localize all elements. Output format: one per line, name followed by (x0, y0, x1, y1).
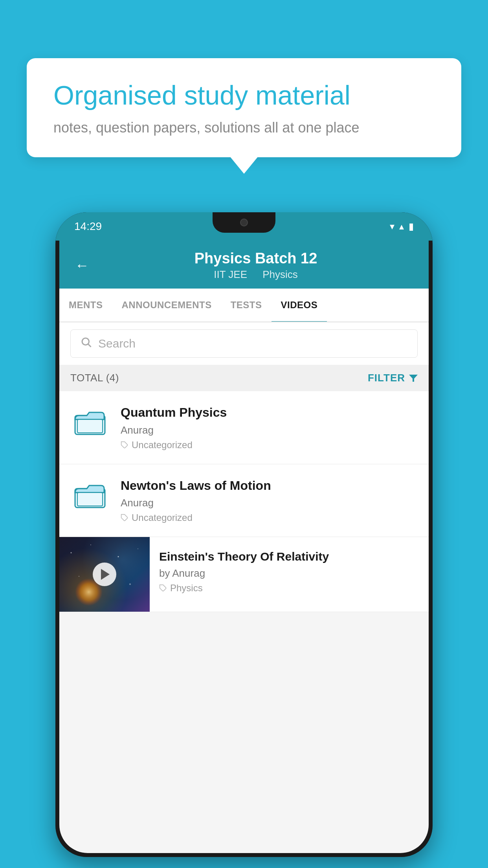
subtitle-physics: Physics (262, 268, 298, 280)
svg-point-9 (71, 552, 72, 554)
play-button[interactable] (93, 563, 116, 586)
speech-bubble: Organised study material notes, question… (27, 58, 461, 157)
svg-point-14 (129, 583, 131, 585)
tabs-bar: MENTS ANNOUNCEMENTS TESTS VIDEOS (59, 289, 429, 322)
list-item[interactable]: Quantum Physics Anurag Uncategorized (59, 391, 429, 464)
video-author-1: Anurag (121, 424, 418, 436)
video-tag-1: Uncategorized (121, 440, 418, 451)
filter-row: TOTAL (4) FILTER (59, 365, 429, 391)
tab-tests[interactable]: TESTS (221, 289, 272, 322)
tab-ments[interactable]: MENTS (59, 289, 112, 322)
svg-point-10 (90, 544, 91, 545)
wifi-icon: ▾ (390, 221, 394, 232)
tag-label-3: Physics (170, 583, 203, 594)
video-tag-2: Uncategorized (121, 512, 418, 523)
search-icon (80, 336, 92, 351)
video-title-2: Newton's Laws of Motion (121, 478, 418, 494)
status-time: 14:29 (74, 220, 102, 233)
filter-label: FILTER (368, 372, 405, 384)
video-info-2: Newton's Laws of Motion Anurag Uncategor… (121, 478, 418, 524)
folder-icon (74, 482, 106, 509)
camera (240, 219, 248, 226)
video-author-2: Anurag (121, 497, 418, 509)
bubble-subtitle: notes, question papers, solutions all at… (53, 120, 435, 136)
svg-point-12 (138, 548, 138, 549)
video-thumbnail-1 (70, 405, 110, 440)
video-tag-3: Physics (159, 583, 419, 594)
batch-title: Physics Batch 12 (99, 250, 413, 267)
search-bar-container: Search (59, 322, 429, 365)
tag-label-2: Uncategorized (132, 512, 193, 523)
phone-frame: 14:29 ▾ ▴ ▮ ← Physics Batch 12 IIT JEE P… (55, 212, 433, 857)
total-count: TOTAL (4) (70, 372, 119, 384)
video-list: Quantum Physics Anurag Uncategorized (59, 391, 429, 612)
einstein-info: Einstein's Theory Of Relativity by Anura… (150, 537, 429, 605)
svg-rect-4 (77, 419, 103, 433)
header-subtitle: IIT JEE Physics (99, 268, 413, 281)
filter-icon (409, 375, 418, 382)
filter-button[interactable]: FILTER (368, 372, 418, 384)
search-bar[interactable]: Search (70, 329, 418, 358)
tag-label-1: Uncategorized (132, 440, 193, 451)
svg-point-0 (82, 338, 89, 345)
notch (213, 212, 275, 233)
list-item[interactable]: Newton's Laws of Motion Anurag Uncategor… (59, 464, 429, 537)
video-info-1: Quantum Physics Anurag Uncategorized (121, 405, 418, 451)
header-center: Physics Batch 12 IIT JEE Physics (99, 250, 413, 281)
video-title-3: Einstein's Theory Of Relativity (159, 549, 419, 564)
video-title-1: Quantum Physics (121, 405, 418, 421)
folder-icon (74, 408, 106, 436)
svg-rect-7 (77, 493, 103, 506)
play-icon (101, 569, 110, 580)
tag-icon (121, 441, 128, 449)
back-button[interactable]: ← (75, 257, 89, 274)
svg-marker-2 (409, 375, 418, 382)
bubble-title: Organised study material (53, 79, 435, 112)
status-icons: ▾ ▴ ▮ (390, 221, 414, 232)
svg-point-11 (118, 556, 119, 557)
tab-videos[interactable]: VIDEOS (272, 289, 327, 322)
video-thumbnail-2 (70, 478, 110, 513)
signal-icon: ▴ (399, 221, 404, 232)
list-item[interactable]: Einstein's Theory Of Relativity by Anura… (59, 537, 429, 612)
subtitle-iit: IIT JEE (214, 268, 247, 280)
phone-screen: ← Physics Batch 12 IIT JEE Physics MENTS… (59, 241, 429, 853)
tag-icon (159, 584, 167, 592)
app-header: ← Physics Batch 12 IIT JEE Physics (59, 241, 429, 289)
battery-icon: ▮ (409, 221, 414, 232)
svg-line-1 (88, 344, 91, 347)
tab-announcements[interactable]: ANNOUNCEMENTS (112, 289, 221, 322)
video-author-3: by Anurag (159, 567, 419, 579)
einstein-thumbnail (59, 537, 150, 612)
tag-icon (121, 514, 128, 522)
svg-point-13 (79, 576, 79, 577)
search-placeholder: Search (98, 337, 136, 350)
